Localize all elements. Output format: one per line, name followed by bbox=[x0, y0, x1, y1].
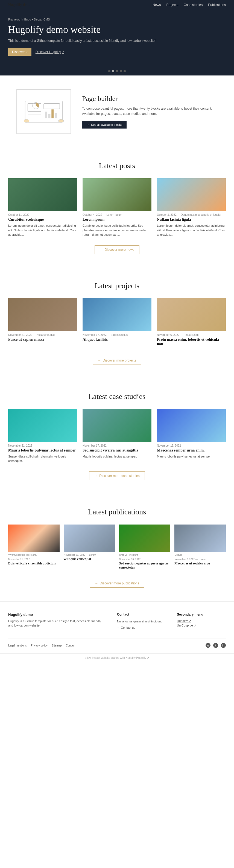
case-study-meta: November 13, 2022 bbox=[157, 444, 226, 447]
posts-grid: October 11, 2022 Curabitur scelerisque L… bbox=[8, 178, 226, 237]
twitter-icon[interactable]: t bbox=[213, 643, 218, 648]
carousel-dot[interactable] bbox=[108, 70, 110, 72]
case-study-card: November 21, 2022 Mauris lobortis pulvin… bbox=[8, 409, 77, 463]
project-title[interactable]: Proin massa enim, lobortis et vehicula n… bbox=[157, 338, 226, 346]
page-builder-section: Page builder To compose beautiful pages,… bbox=[0, 75, 234, 148]
svg-rect-5 bbox=[45, 112, 47, 118]
discover-hugolify-link[interactable]: Discover Hugolify ↗ bbox=[36, 50, 64, 54]
footer: Hugolify demo Hugolify is a Github templ… bbox=[0, 601, 234, 654]
case-study-desc: Mauris lobortis pulvinar lectus at sempe… bbox=[82, 454, 152, 459]
project-title[interactable]: Aliquet facilisis bbox=[82, 338, 152, 342]
footer-secondary-link[interactable]: Un Coup de ↗ bbox=[177, 624, 226, 627]
discover-case-studies-button[interactable]: → Discover more case studies bbox=[89, 471, 145, 480]
svg-point-11 bbox=[59, 119, 64, 123]
footer-legal-mentions[interactable]: Legal mentions bbox=[8, 644, 27, 647]
project-title[interactable]: Fusce ut sapien massa bbox=[8, 338, 77, 342]
project-meta: November 6, 2022 — Phasellus ut bbox=[157, 333, 226, 336]
latest-publications-section: Latest publications Vivamus iaculis libe… bbox=[0, 494, 234, 601]
arrow-icon: → bbox=[98, 359, 101, 362]
discover-news-button[interactable]: → Discover more news bbox=[95, 245, 140, 254]
case-study-card: November 17, 2022 Sed suscipit viverra n… bbox=[82, 409, 152, 463]
publication-image bbox=[174, 525, 226, 552]
carousel-dot[interactable] bbox=[120, 70, 122, 72]
post-image bbox=[157, 178, 226, 211]
discover-news-wrap: → Discover more news bbox=[8, 245, 226, 254]
linkedin-icon[interactable]: in bbox=[221, 643, 226, 648]
external-link-icon: ↗ bbox=[62, 51, 64, 54]
external-link-icon: ↗ bbox=[194, 624, 196, 627]
footer-contact-link[interactable]: → Contact us bbox=[117, 626, 166, 629]
case-studies-title: Latest case studies bbox=[8, 392, 226, 401]
footer-privacy-policy[interactable]: Privacy policy bbox=[31, 644, 47, 647]
arrow-icon: → bbox=[117, 626, 120, 629]
arrow-icon: → bbox=[95, 581, 98, 585]
publication-card: November 21, 2022 — Lorem velit quis con… bbox=[64, 525, 115, 571]
arrow-icon: → bbox=[94, 474, 98, 478]
latest-case-studies-section: Latest case studies November 21, 2022 Ma… bbox=[0, 378, 234, 494]
nav-news[interactable]: News bbox=[153, 3, 161, 7]
footer-contact-address: Nulla luctus quam at nisi tincidunt bbox=[117, 619, 166, 624]
footer-secondary-link[interactable]: Hugolify ↗ bbox=[177, 619, 226, 623]
case-study-meta: November 17, 2022 bbox=[82, 444, 152, 447]
publication-title[interactable]: Maecenas ut sodales arcu bbox=[174, 561, 226, 565]
post-desc: Lorem ipsum dolor sit amet, consectetur … bbox=[8, 223, 77, 237]
discover-projects-button[interactable]: → Discover more projects bbox=[93, 356, 142, 365]
footer-credit-link[interactable]: Hugolify ↗ bbox=[136, 656, 149, 659]
discover-button[interactable]: Discover ▾ bbox=[8, 48, 31, 56]
hero-buttons: Discover ▾ Discover Hugolify ↗ bbox=[8, 48, 226, 56]
case-study-desc: Suspendisse sollicitudin dignissim velit… bbox=[8, 454, 77, 463]
discover-projects-wrap: → Discover more projects bbox=[8, 356, 226, 365]
navigation: Hugolify demo News Projects Case studies… bbox=[0, 0, 234, 10]
arrow-icon: → bbox=[87, 123, 89, 126]
carousel-dot[interactable] bbox=[116, 70, 118, 72]
footer-secondary-menu-col: Secondary menu Hugolify ↗ Un Coup de ↗ bbox=[177, 613, 226, 631]
svg-rect-1 bbox=[28, 104, 41, 112]
nav-projects[interactable]: Projects bbox=[166, 3, 178, 7]
projects-grid: November 21, 2022 — Nulla ut feugiat Fus… bbox=[8, 298, 226, 348]
project-card: November 21, 2022 — Nulla ut feugiat Fus… bbox=[8, 298, 77, 348]
case-study-title[interactable]: Sed suscipit viverra nisi at sagittis bbox=[82, 448, 152, 453]
footer-sitemap[interactable]: Sitemap bbox=[52, 644, 62, 647]
publication-meta: Vivamus iaculis libero arcu bbox=[8, 554, 60, 556]
footer-bottom-links: Legal mentions Privacy policy Sitemap Co… bbox=[8, 644, 75, 647]
illustration-svg bbox=[23, 95, 65, 128]
page-builder-desc: To compose beautiful pages, more than tw… bbox=[82, 106, 218, 117]
github-icon[interactable]: ⊕ bbox=[206, 643, 210, 648]
see-all-blocks-button[interactable]: → See all available blocks bbox=[82, 121, 127, 128]
hero-section: Framework Hugo • Decap CMS Hugolify demo… bbox=[0, 10, 234, 67]
case-study-image bbox=[82, 409, 152, 442]
svg-point-10 bbox=[24, 119, 29, 123]
publication-title[interactable]: Sed suscipit egestas augue a egestas con… bbox=[119, 561, 171, 570]
publication-title[interactable]: Duis vehicula vitae nibh ut dictum bbox=[8, 561, 60, 565]
footer-social: ⊕ t in bbox=[206, 643, 226, 648]
hero-meta: Framework Hugo • Decap CMS bbox=[8, 18, 226, 21]
svg-rect-7 bbox=[52, 110, 54, 118]
svg-rect-8 bbox=[55, 113, 57, 118]
carousel-dot-active[interactable] bbox=[112, 70, 114, 72]
nav-links: News Projects Case studies Publications bbox=[153, 3, 226, 7]
case-study-title[interactable]: Maecenas semper urna enim. bbox=[157, 448, 226, 453]
post-meta: October 3, 2022 — Donec maximus a nulla … bbox=[157, 213, 226, 216]
case-study-image bbox=[8, 409, 77, 442]
nav-case-studies[interactable]: Case studies bbox=[184, 3, 203, 7]
post-card: October 3, 2022 — Donec maximus a nulla … bbox=[157, 178, 226, 237]
project-image bbox=[8, 298, 77, 331]
post-title[interactable]: Nullam lacinia ligula bbox=[157, 217, 226, 222]
publication-card: Vivamus iaculis libero arcu November 21,… bbox=[8, 525, 60, 571]
post-card: October 11, 2022 Curabitur scelerisque L… bbox=[8, 178, 77, 237]
case-study-title[interactable]: Mauris lobortis pulvinar lectus at sempe… bbox=[8, 448, 77, 453]
footer-secondary-menu-title: Secondary menu bbox=[177, 613, 226, 616]
footer-contact[interactable]: Contact bbox=[66, 644, 75, 647]
svg-rect-4 bbox=[44, 104, 60, 109]
post-title[interactable]: Curabitur scelerisque bbox=[8, 217, 77, 222]
carousel-dot[interactable] bbox=[124, 70, 126, 72]
nav-publications[interactable]: Publications bbox=[208, 3, 226, 7]
footer-top: Hugolify demo Hugolify is a Github templ… bbox=[8, 613, 226, 631]
post-title[interactable]: Lorem ipsum bbox=[82, 217, 152, 222]
project-image bbox=[157, 298, 226, 331]
latest-projects-section: Latest projects November 21, 2022 — Null… bbox=[0, 268, 234, 378]
publication-title[interactable]: velit quis consequat bbox=[64, 557, 115, 561]
publication-meta: Lipsum bbox=[174, 554, 226, 556]
discover-publications-button[interactable]: → Discover more publications bbox=[90, 579, 144, 588]
nav-logo[interactable]: Hugolify demo bbox=[8, 3, 31, 7]
